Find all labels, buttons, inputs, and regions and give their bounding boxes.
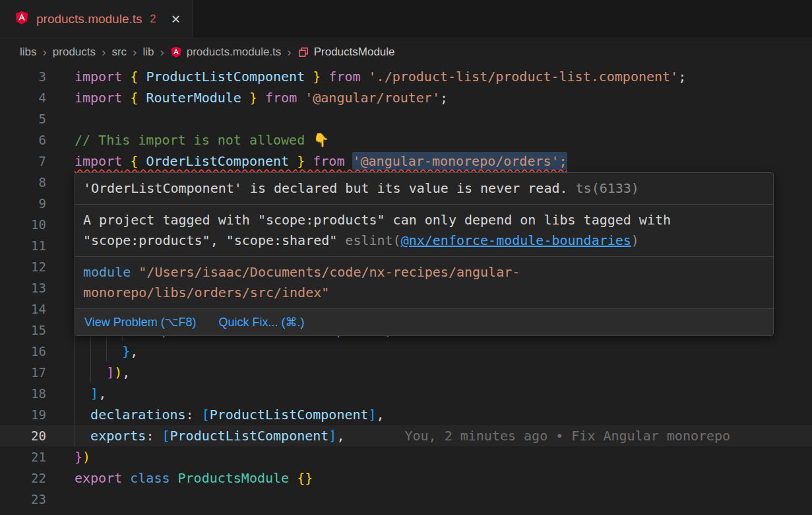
tab-filename: products.module.ts: [36, 12, 142, 26]
indent-guide: [106, 341, 107, 362]
editor-tab-bar: products.module.ts 2 ×: [0, 0, 812, 38]
angular-icon: [15, 11, 29, 25]
line-content: }): [75, 446, 812, 467]
line-number: 5: [0, 108, 46, 129]
indent-guide: [75, 425, 75, 446]
line-content: import { ProductListComponent } from './…: [75, 66, 812, 87]
line-number: 11: [0, 235, 46, 256]
code-line-20[interactable]: 20 exports: [ProductListComponent],You, …: [0, 425, 812, 446]
tab-close-icon[interactable]: ×: [171, 11, 180, 27]
line-number: 22: [0, 467, 46, 489]
line-number: 6: [0, 129, 46, 151]
hover-widget: 'OrderListComponent' is declared but its…: [75, 172, 774, 336]
code-line-5[interactable]: 5: [0, 108, 812, 129]
error-squiggle: import { OrderListComponent } from '@ang…: [75, 152, 567, 170]
code-line-3[interactable]: 3import { ProductListComponent } from '.…: [0, 66, 812, 87]
line-number: 14: [0, 298, 46, 320]
quick-fix-action[interactable]: Quick Fix... (⌘.): [218, 315, 304, 329]
breadcrumb-item-src[interactable]: src: [111, 46, 127, 59]
breadcrumb: libs›products›src›lib›products.module.ts…: [0, 38, 812, 66]
line-number: 19: [0, 404, 46, 425]
indent-guide: [75, 383, 75, 404]
line-number: 10: [0, 214, 46, 235]
indent-guide: [90, 362, 91, 383]
line-content: [75, 489, 812, 510]
view-problem-action[interactable]: View Problem (⌥F8): [84, 315, 196, 329]
line-number: 17: [0, 362, 46, 383]
class-icon: [297, 46, 309, 58]
code-line-19[interactable]: 19 declarations: [ProductListComponent],: [0, 404, 812, 425]
hover-status-bar: View Problem (⌥F8) Quick Fix... (⌘.): [75, 309, 773, 335]
breadcrumb-item-productsmodule[interactable]: ProductsModule: [297, 46, 395, 59]
breadcrumb-separator: ›: [160, 45, 164, 59]
hover-ts-diagnostic: 'OrderListComponent' is declared but its…: [75, 173, 773, 205]
line-number: 18: [0, 383, 46, 404]
tab-problems-badge: 2: [150, 13, 156, 25]
line-number: 13: [0, 277, 46, 298]
line-content: import { RouterModule } from '@angular/r…: [75, 87, 812, 108]
line-number: 21: [0, 446, 46, 467]
breadcrumb-item-products-module-ts[interactable]: products.module.ts: [170, 46, 282, 59]
git-blame-annotation: You, 2 minutes ago • Fix Angular monorep…: [404, 428, 730, 444]
line-content: declarations: [ProductListComponent],: [75, 404, 812, 425]
code-line-7[interactable]: 7import { OrderListComponent } from '@an…: [0, 151, 812, 172]
line-number: 20: [0, 425, 46, 446]
breadcrumb-separator: ›: [102, 45, 106, 59]
breadcrumb-item-products[interactable]: products: [53, 46, 96, 59]
line-content: export class ProductsModule {}: [75, 467, 812, 489]
line-content: exports: [ProductListComponent],You, 2 m…: [75, 425, 812, 446]
hover-range-highlight: '@angular-monorepo/orders';: [352, 152, 567, 170]
breadcrumb-items: libs›products›src›lib›products.module.ts…: [20, 45, 395, 59]
angular-file-icon: [15, 11, 29, 28]
code-line-22[interactable]: 22export class ProductsModule {}: [0, 467, 812, 489]
line-number: 3: [0, 66, 46, 87]
code-line-21[interactable]: 21}): [0, 446, 812, 467]
line-content: import { OrderListComponent } from '@ang…: [75, 151, 812, 172]
breadcrumb-separator: ›: [43, 45, 47, 59]
line-content: [75, 108, 812, 129]
line-number: 4: [0, 87, 46, 108]
indent-guide: [75, 404, 75, 425]
line-number: 15: [0, 320, 46, 341]
line-number: 16: [0, 341, 46, 362]
vscode-window: products.module.ts 2 × libs›products›src…: [0, 0, 812, 515]
breadcrumb-separator: ›: [133, 45, 137, 59]
line-number: 8: [0, 172, 46, 193]
hover-sections: 'OrderListComponent' is declared but its…: [75, 173, 773, 309]
tab-products-module-ts[interactable]: products.module.ts 2 ×: [0, 0, 193, 38]
code-line-17[interactable]: 17 ]),: [0, 362, 812, 383]
code-line-4[interactable]: 4import { RouterModule } from '@angular/…: [0, 87, 812, 108]
line-content: },: [75, 341, 812, 362]
breadcrumb-item-lib[interactable]: lib: [142, 46, 154, 59]
eslint-rule-link[interactable]: @nx/enforce-module-boundaries: [401, 232, 631, 248]
indent-guide: [75, 341, 75, 362]
code-line-16[interactable]: 16 },: [0, 341, 812, 362]
breadcrumb-separator: ›: [287, 45, 291, 59]
indent-guide: [90, 341, 91, 362]
code-line-18[interactable]: 18 ],: [0, 383, 812, 404]
angular-icon: [170, 46, 182, 58]
code-line-6[interactable]: 6// This import is not allowed 👇: [0, 129, 812, 151]
line-content: ]),: [75, 362, 812, 383]
line-content: // This import is not allowed 👇: [75, 129, 812, 151]
breadcrumb-item-libs[interactable]: libs: [20, 46, 37, 59]
hover-eslint-diagnostic: A project tagged with "scope:products" c…: [75, 205, 773, 257]
line-number: 7: [0, 151, 46, 172]
line-number: 12: [0, 256, 46, 277]
indent-guide: [75, 362, 75, 383]
code-editor[interactable]: 3import { ProductListComponent } from '.…: [0, 66, 812, 515]
hover-module-info: module "/Users/isaac/Documents/code/nx-r…: [75, 257, 773, 309]
line-content: ],: [75, 383, 812, 404]
line-number: 23: [0, 489, 46, 510]
line-number: 9: [0, 193, 46, 214]
code-line-23[interactable]: 23: [0, 489, 812, 510]
